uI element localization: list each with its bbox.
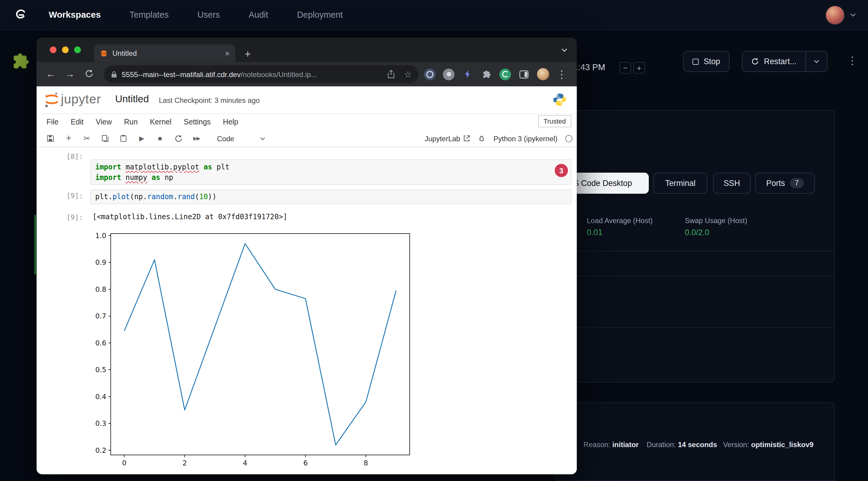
add-cell-icon[interactable]: + xyxy=(64,134,73,143)
zoom-out-button[interactable]: − xyxy=(619,62,631,74)
panel-divider xyxy=(556,327,834,328)
menu-run[interactable]: Run xyxy=(124,118,138,126)
save-icon[interactable] xyxy=(46,134,55,143)
svg-text:0.7: 0.7 xyxy=(95,312,106,320)
cell8-input-prompt: [8]: xyxy=(66,152,83,161)
jupyterlab-link[interactable]: JupyterLab xyxy=(425,134,470,143)
tab-close-icon[interactable]: × xyxy=(225,48,230,58)
cut-cell-icon[interactable]: ✂ xyxy=(83,134,91,143)
nav-item-audit[interactable]: Audit xyxy=(249,10,268,20)
external-link-icon xyxy=(464,135,470,141)
puzzle-extension-icon[interactable] xyxy=(12,52,29,70)
notebook-title[interactable]: Untitled xyxy=(115,94,149,105)
address-bar[interactable]: 5555--main--test--matifali.atif.cdr.dev/… xyxy=(104,65,418,83)
interrupt-kernel-icon[interactable]: ■ xyxy=(156,134,165,143)
back-icon[interactable]: ← xyxy=(46,69,55,80)
restart-split-button: Restart... xyxy=(742,51,828,72)
extension-icon[interactable] xyxy=(443,68,455,80)
reason-value: initiator xyxy=(612,441,639,449)
workspace-menu-kebab[interactable]: ⋮ xyxy=(847,56,858,66)
menu-settings[interactable]: Settings xyxy=(184,118,211,126)
restart-kernel-icon[interactable] xyxy=(174,134,183,143)
url-path: /notebooks/Untitled.ip... xyxy=(241,70,317,78)
user-avatar[interactable] xyxy=(826,5,845,25)
kernel-name[interactable]: Python 3 (ipykernel) xyxy=(493,134,557,143)
window-zoom-button[interactable] xyxy=(74,46,81,53)
ssh-button[interactable]: SSH xyxy=(713,173,751,194)
restart-options-chevron[interactable] xyxy=(805,52,827,71)
svg-text:8: 8 xyxy=(364,459,368,467)
python-logo xyxy=(553,92,567,107)
stop-workspace-button[interactable]: Stop xyxy=(683,51,730,72)
cell8-code-editor[interactable]: import matplotlib.pyplot as pltimport nu… xyxy=(90,160,571,185)
restart-run-all-icon[interactable]: ▶▶ xyxy=(192,134,201,143)
jupyter-header: jupyter Untitled Last Checkpoint: 3 minu… xyxy=(37,86,577,114)
svg-text:0.8: 0.8 xyxy=(95,286,106,293)
svg-text:0: 0 xyxy=(122,459,127,467)
terminal-button[interactable]: Terminal xyxy=(653,173,708,194)
duration-label: Duration: xyxy=(647,441,676,449)
matplotlib-figure: 0.20.30.40.50.60.70.80.91.002468 xyxy=(92,228,416,474)
trusted-badge[interactable]: Trusted xyxy=(538,115,571,127)
share-icon[interactable] xyxy=(387,70,395,79)
window-close-button[interactable] xyxy=(50,46,56,53)
tab-list-chevron[interactable] xyxy=(561,46,568,54)
nav-item-workspaces[interactable]: Workspaces xyxy=(49,10,100,20)
ports-button[interactable]: Ports 7 xyxy=(755,173,815,194)
cell-type-select[interactable]: Code xyxy=(217,134,266,143)
svg-text:0.9: 0.9 xyxy=(95,258,106,266)
tab-title: Untitled xyxy=(113,49,225,57)
paste-cell-icon[interactable] xyxy=(119,134,128,143)
jupyter-toolbar: + ✂ ▶ ■ ▶▶ Code xyxy=(37,130,577,147)
svg-text:0.3: 0.3 xyxy=(95,419,106,427)
reason-label: Reason: xyxy=(583,441,610,449)
svg-text:4: 4 xyxy=(243,459,247,467)
cell9-code-editor[interactable]: plt.plot(np.random.rand(10)) xyxy=(90,189,571,204)
kernel-status-indicator xyxy=(565,135,572,142)
stat-load-average: Load Average (Host) 0.01 xyxy=(587,217,653,237)
build-meta-line: Reason: initiator Duration: 14 seconds V… xyxy=(583,441,813,449)
browser-tab-strip: Untitled × + xyxy=(37,38,577,62)
menu-view[interactable]: View xyxy=(96,118,112,126)
chevron-down-icon[interactable] xyxy=(849,11,857,19)
menu-file[interactable]: File xyxy=(46,118,59,126)
browser-toolbar: ← → 5555--main--test--matifali.atif.cdr.… xyxy=(37,62,577,86)
menu-kernel[interactable]: Kernel xyxy=(150,118,172,126)
coder-logo[interactable] xyxy=(11,5,30,24)
forward-icon[interactable]: → xyxy=(65,69,75,80)
workspace-panel xyxy=(556,110,835,382)
collab-count-badge[interactable]: 3 xyxy=(555,164,568,177)
menu-help[interactable]: Help xyxy=(223,118,238,126)
svg-text:0.5: 0.5 xyxy=(95,366,106,374)
onepassword-extension-icon[interactable] xyxy=(424,68,436,80)
nav-item-templates[interactable]: Templates xyxy=(130,10,168,20)
menu-edit[interactable]: Edit xyxy=(71,118,84,126)
stat-value: 0.0/2.0 xyxy=(685,228,747,237)
cell9-input-prompt: [9]: xyxy=(66,192,83,200)
run-cell-icon[interactable]: ▶ xyxy=(137,134,146,143)
browser-tab[interactable]: Untitled × xyxy=(94,44,236,62)
copy-cell-icon[interactable] xyxy=(101,134,110,143)
top-nav-bar: Workspaces Templates Users Audit Deploym… xyxy=(0,0,868,31)
restart-workspace-button[interactable]: Restart... xyxy=(742,52,805,71)
extensions-puzzle-icon[interactable] xyxy=(480,68,492,80)
stat-value: 0.01 xyxy=(587,228,653,237)
notebook-scroll-area[interactable]: [8]: import matplotlib.pyplot as pltimpo… xyxy=(37,147,577,474)
ports-count-badge: 7 xyxy=(790,178,804,188)
nav-item-deployment[interactable]: Deployment xyxy=(297,10,343,20)
split-screen-icon[interactable] xyxy=(518,68,530,80)
jupyter-menubar: File Edit View Run Kernel Settings Help … xyxy=(37,114,577,130)
svg-text:0.6: 0.6 xyxy=(95,339,106,347)
bookmark-star-icon[interactable]: ☆ xyxy=(404,69,412,79)
chrome-profile-avatar[interactable] xyxy=(537,68,549,81)
bolt-extension-icon[interactable] xyxy=(462,68,473,80)
jupyter-notebook: jupyter Untitled Last Checkpoint: 3 minu… xyxy=(37,86,577,474)
window-minimize-button[interactable] xyxy=(62,46,69,53)
zoom-in-button[interactable]: + xyxy=(633,62,645,74)
new-tab-button[interactable]: + xyxy=(245,49,251,59)
nav-item-users[interactable]: Users xyxy=(197,10,220,20)
reload-icon[interactable] xyxy=(85,69,94,78)
debugger-bug-icon[interactable] xyxy=(478,135,486,142)
grammarly-extension-icon[interactable] xyxy=(499,68,511,80)
chrome-menu-kebab[interactable]: ⋮ xyxy=(556,69,567,79)
